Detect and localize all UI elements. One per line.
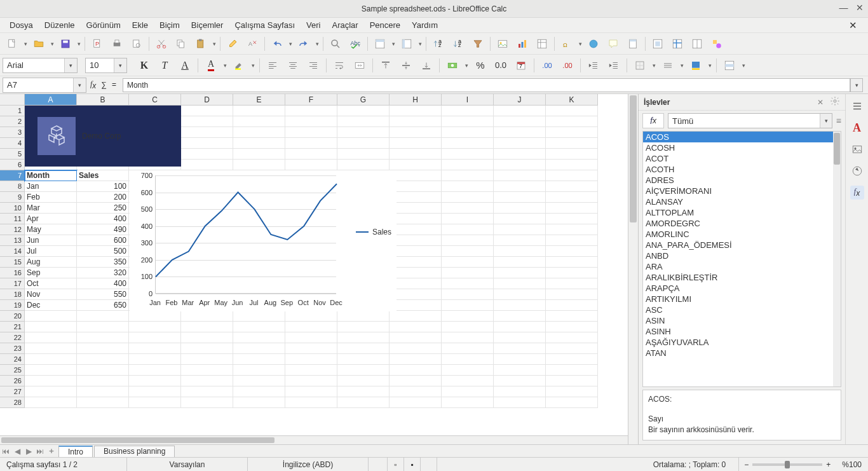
cell[interactable] bbox=[546, 235, 598, 246]
valign-middle-icon[interactable] bbox=[397, 57, 416, 74]
cell[interactable] bbox=[233, 343, 285, 354]
cell[interactable] bbox=[390, 386, 442, 397]
cell[interactable] bbox=[494, 235, 546, 246]
row-header[interactable]: 4 bbox=[0, 138, 25, 149]
cell[interactable] bbox=[129, 322, 181, 332]
cell[interactable] bbox=[129, 311, 181, 322]
cell[interactable] bbox=[494, 332, 546, 343]
tab-next-icon[interactable]: ▶ bbox=[23, 446, 34, 457]
dropdown-caret-icon[interactable]: ▾ bbox=[740, 62, 747, 69]
cell[interactable]: 250 bbox=[77, 203, 129, 214]
cell[interactable]: 400 bbox=[77, 214, 129, 224]
cell[interactable] bbox=[546, 246, 598, 257]
cell[interactable] bbox=[546, 106, 598, 116]
insert-mode-status[interactable] bbox=[369, 458, 388, 471]
cell[interactable] bbox=[129, 365, 181, 376]
border-style-icon[interactable] bbox=[658, 57, 677, 74]
cell[interactable] bbox=[233, 138, 285, 149]
cell[interactable] bbox=[25, 397, 77, 408]
cell[interactable]: Jan bbox=[25, 181, 77, 192]
col-header-J[interactable]: J bbox=[494, 94, 546, 106]
conditional-format-icon[interactable] bbox=[720, 57, 739, 74]
function-item[interactable]: ACOTH bbox=[643, 164, 841, 175]
cell[interactable] bbox=[546, 170, 598, 181]
cell[interactable] bbox=[285, 354, 337, 365]
function-item[interactable]: ARALIKBİRLEŞTİR bbox=[643, 272, 841, 283]
row-header[interactable]: 18 bbox=[0, 289, 25, 300]
fill-color-icon[interactable] bbox=[686, 57, 705, 74]
cell[interactable] bbox=[129, 332, 181, 343]
cell[interactable] bbox=[442, 397, 494, 408]
spellcheck-icon[interactable]: Abç bbox=[346, 35, 365, 53]
cell[interactable] bbox=[25, 354, 77, 365]
redo-icon[interactable] bbox=[294, 35, 313, 53]
sort-desc-icon[interactable]: az bbox=[449, 35, 468, 53]
cell[interactable] bbox=[442, 170, 494, 181]
cell[interactable] bbox=[390, 170, 442, 181]
tab-first-icon[interactable]: ⏮ bbox=[0, 446, 11, 457]
style-status[interactable]: Varsayılan bbox=[127, 458, 248, 471]
formula-input[interactable]: Month bbox=[123, 78, 850, 92]
cell[interactable] bbox=[390, 300, 442, 311]
cell[interactable] bbox=[181, 397, 233, 408]
cell[interactable] bbox=[546, 138, 598, 149]
gallery-panel-icon[interactable] bbox=[850, 142, 864, 156]
styles-panel-icon[interactable]: A bbox=[850, 121, 864, 135]
cell[interactable] bbox=[390, 332, 442, 343]
cell[interactable] bbox=[233, 386, 285, 397]
cell[interactable] bbox=[494, 365, 546, 376]
cell[interactable] bbox=[285, 138, 337, 149]
equals-icon[interactable]: = bbox=[112, 80, 116, 89]
cell[interactable] bbox=[442, 311, 494, 322]
menu-görünüm[interactable]: Görünüm bbox=[81, 18, 126, 32]
cell[interactable] bbox=[285, 311, 337, 322]
cell[interactable] bbox=[390, 224, 442, 235]
add-sheet-button[interactable]: ＋ bbox=[46, 446, 57, 457]
cell[interactable] bbox=[442, 203, 494, 214]
cell[interactable] bbox=[233, 149, 285, 160]
cell[interactable]: Jun bbox=[25, 235, 77, 246]
function-item[interactable]: AMORDEGRC bbox=[643, 218, 841, 229]
cell[interactable] bbox=[390, 343, 442, 354]
menu-dosya[interactable]: Dosya bbox=[4, 18, 39, 32]
cell[interactable] bbox=[233, 365, 285, 376]
cell[interactable] bbox=[442, 127, 494, 138]
menu-araçlar[interactable]: Araçlar bbox=[326, 18, 363, 32]
cell[interactable] bbox=[390, 138, 442, 149]
row-header[interactable]: 1 bbox=[0, 106, 25, 116]
menu-ekle[interactable]: Ekle bbox=[126, 18, 154, 32]
cell[interactable] bbox=[546, 397, 598, 408]
cell[interactable]: Oct bbox=[25, 278, 77, 289]
menu-pencere[interactable]: Pencere bbox=[364, 18, 406, 32]
col-header-I[interactable]: I bbox=[442, 94, 494, 106]
cell[interactable] bbox=[442, 322, 494, 332]
cell[interactable] bbox=[494, 278, 546, 289]
cell[interactable] bbox=[546, 365, 598, 376]
cell[interactable]: 550 bbox=[77, 289, 129, 300]
cell[interactable] bbox=[442, 160, 494, 170]
cell[interactable] bbox=[494, 289, 546, 300]
cell[interactable] bbox=[181, 149, 233, 160]
cell[interactable] bbox=[546, 311, 598, 322]
add-decimal-icon[interactable]: .00 bbox=[538, 57, 557, 74]
number-format-icon[interactable]: 0.0 bbox=[491, 57, 510, 74]
cell[interactable] bbox=[494, 397, 546, 408]
function-item[interactable]: ALTTOPLAM bbox=[643, 207, 841, 218]
row-header[interactable]: 24 bbox=[0, 354, 25, 365]
find-icon[interactable] bbox=[326, 35, 345, 53]
cell[interactable] bbox=[285, 376, 337, 386]
save-icon[interactable] bbox=[56, 35, 75, 53]
spreadsheet-grid[interactable]: ABCDEFGHIJK 1234567891011121314151617181… bbox=[0, 94, 628, 444]
cell[interactable] bbox=[546, 224, 598, 235]
cell[interactable] bbox=[442, 300, 494, 311]
cell[interactable]: Sales bbox=[77, 170, 129, 181]
dropdown-caret-icon[interactable]: ▾ bbox=[463, 62, 470, 69]
row-header[interactable]: 22 bbox=[0, 332, 25, 343]
remove-decimal-icon[interactable]: .00 bbox=[558, 57, 577, 74]
row-header[interactable]: 21 bbox=[0, 322, 25, 332]
cell[interactable] bbox=[337, 116, 390, 127]
cell[interactable] bbox=[546, 192, 598, 203]
clear-formatting-icon[interactable]: A bbox=[243, 35, 262, 53]
valign-top-icon[interactable] bbox=[376, 57, 395, 74]
cell[interactable] bbox=[233, 127, 285, 138]
